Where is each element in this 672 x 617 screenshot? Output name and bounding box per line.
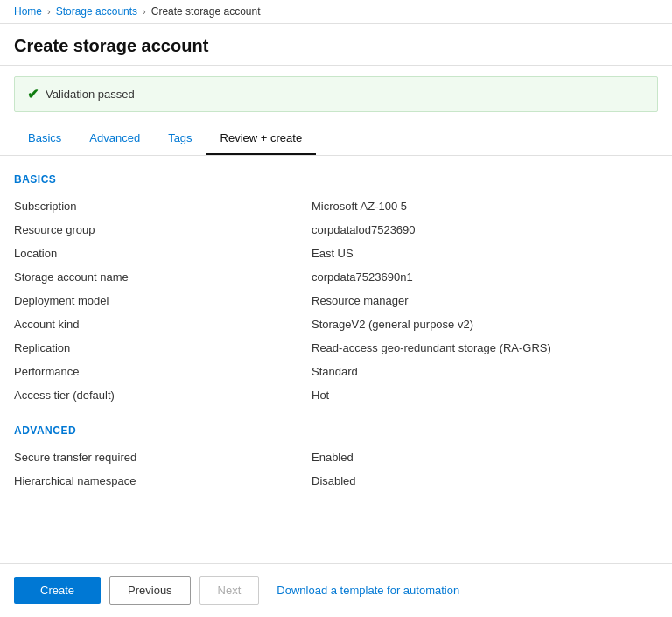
field-value: corpdata7523690n1 [312,270,413,284]
table-row: Resource groupcorpdatalod7523690 [14,218,658,242]
next-button: Next [200,576,260,605]
field-label: Location [14,247,312,260]
field-value: Standard [312,365,358,378]
table-row: Hierarchical namespaceDisabled [14,469,658,493]
table-row: Storage account namecorpdata7523690n1 [14,265,658,289]
breadcrumb-sep-2: › [143,6,146,17]
breadcrumb-home[interactable]: Home [14,5,42,18]
table-row: Secure transfer requiredEnabled [14,445,658,469]
basics-section-header: BASICS [14,173,658,186]
breadcrumb-sep-1: › [47,6,51,17]
tab-tags[interactable]: Tags [154,123,206,155]
advanced-fields-table: Secure transfer requiredEnabledHierarchi… [14,445,658,493]
basics-section: BASICS SubscriptionMicrosoft AZ-100 5Res… [14,173,658,407]
content-area: BASICS SubscriptionMicrosoft AZ-100 5Res… [0,156,672,528]
table-row: Deployment modelResource manager [14,289,658,312]
tab-review-create[interactable]: Review + create [206,123,317,155]
field-value: Read-access geo-redundant storage (RA-GR… [312,341,551,354]
field-value: Microsoft AZ-100 5 [312,200,407,213]
field-label: Access tier (default) [14,389,312,402]
field-value: corpdatalod7523690 [312,223,416,236]
table-row: ReplicationRead-access geo-redundant sto… [14,336,658,360]
advanced-section: ADVANCED Secure transfer requiredEnabled… [14,424,658,493]
field-label: Hierarchical namespace [14,474,312,487]
template-link[interactable]: Download a template for automation [276,584,459,597]
field-value: Disabled [312,474,356,487]
field-value: StorageV2 (general purpose v2) [312,318,473,331]
field-label: Secure transfer required [14,451,312,464]
footer: Create Previous Next Download a template… [0,563,672,617]
tab-basics[interactable]: Basics [14,123,75,155]
field-label: Deployment model [14,294,312,307]
field-value: Enabled [312,451,354,464]
table-row: Access tier (default)Hot [14,383,658,407]
table-row: SubscriptionMicrosoft AZ-100 5 [14,194,658,218]
field-value: Resource manager [312,294,409,307]
create-button[interactable]: Create [14,577,101,604]
field-value: Hot [312,389,329,402]
page-title: Create storage account [14,36,658,56]
breadcrumb-bar: Home › Storage accounts › Create storage… [0,0,672,24]
table-row: PerformanceStandard [14,360,658,383]
page-header: Create storage account [0,24,672,66]
breadcrumb: Home › Storage accounts › Create storage… [14,5,658,18]
field-label: Resource group [14,223,312,236]
check-icon: ✔ [27,86,38,102]
validation-banner: ✔ Validation passed [14,76,658,112]
table-row: LocationEast US [14,242,658,265]
tabs-container: Basics Advanced Tags Review + create [0,123,672,156]
field-value: East US [312,247,354,260]
field-label: Replication [14,341,312,354]
breadcrumb-storage-accounts[interactable]: Storage accounts [56,5,137,18]
advanced-section-header: ADVANCED [14,424,658,437]
tab-advanced[interactable]: Advanced [75,123,154,155]
basics-fields-table: SubscriptionMicrosoft AZ-100 5Resource g… [14,194,658,407]
field-label: Account kind [14,318,312,331]
validation-text: Validation passed [46,88,135,101]
table-row: Account kindStorageV2 (general purpose v… [14,312,658,336]
field-label: Storage account name [14,270,312,284]
field-label: Performance [14,365,312,378]
breadcrumb-current: Create storage account [151,5,261,18]
field-label: Subscription [14,200,312,213]
previous-button[interactable]: Previous [109,576,191,605]
